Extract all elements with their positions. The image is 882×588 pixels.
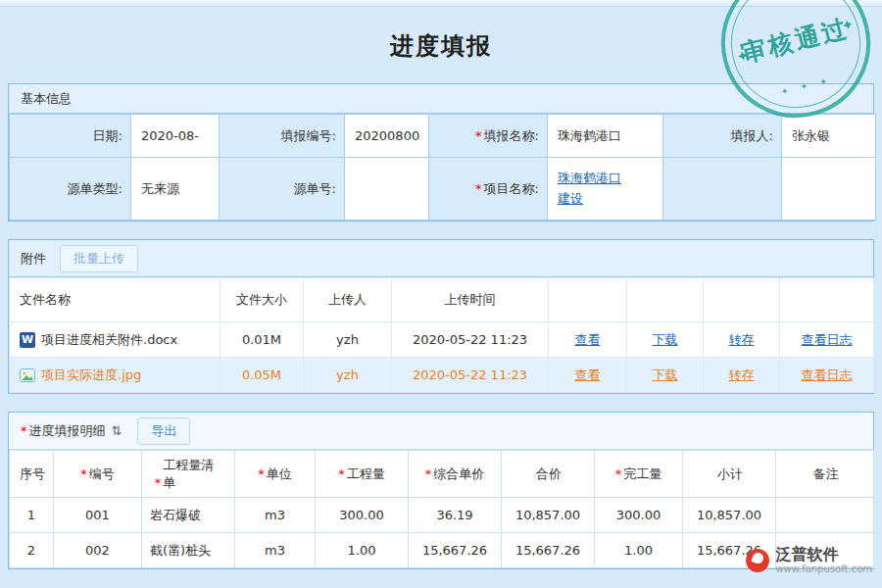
- basic-info-row: 源单类型: 无来源 源单号: *项目名称: 珠海鹤港口建设: [10, 158, 876, 220]
- boq-name: 截(凿)桩头: [142, 533, 235, 568]
- file-size: 0.01M: [220, 322, 304, 358]
- project-name-value: 珠海鹤港口建设: [548, 158, 663, 220]
- basic-info-table: 日期: 2020-08- 填报编号: 20200800 *填报名称: 珠海鹤港口…: [9, 114, 876, 220]
- subtotal: 10,857.00: [683, 498, 776, 533]
- sort-icon[interactable]: ⇅: [112, 423, 122, 438]
- completed: 1.00: [595, 533, 683, 568]
- attachments-header: 附件 批量上传: [9, 240, 873, 277]
- value-text: 张永银: [792, 128, 830, 143]
- transfer-link[interactable]: 转存: [729, 368, 755, 382]
- report-no-value: 20200800: [345, 115, 429, 158]
- detail-row[interactable]: 1 001 岩石爆破 m3 300.00 36.19 10,857.00 300…: [10, 498, 874, 533]
- required-mark: *: [155, 475, 162, 490]
- value-text: 2020-08-: [141, 128, 199, 143]
- value-text: 珠海鹤港口: [558, 128, 621, 143]
- file-name: 项目实际进度.jpg: [41, 367, 141, 384]
- date-label: 日期:: [10, 115, 131, 158]
- view-log-link[interactable]: 查看日志: [802, 368, 853, 382]
- upload-time: 2020-05-22 11:23: [392, 358, 549, 393]
- required-mark: *: [258, 466, 265, 481]
- col-action: [780, 278, 874, 322]
- col-boq: *工程量清单: [142, 451, 235, 498]
- col-label: 单位: [267, 466, 292, 481]
- col-label: 工程量: [347, 466, 385, 481]
- detail-row[interactable]: 2 002 截(凿)桩头 m3 1.00 15,667.26 15,667.26…: [10, 533, 874, 568]
- remark: [776, 498, 874, 533]
- batch-upload-button[interactable]: 批量上传: [60, 245, 138, 272]
- action-cell: 转存: [704, 322, 780, 358]
- action-cell: 下载: [627, 358, 704, 393]
- label-text: 填报人:: [731, 128, 773, 143]
- completed: 300.00: [595, 498, 683, 533]
- label-text: 填报编号:: [281, 128, 336, 143]
- export-button[interactable]: 导出: [137, 417, 190, 445]
- label-text: 填报名称:: [484, 128, 539, 143]
- progress-detail-header: * 进度填报明细 ⇅ 导出: [9, 413, 873, 450]
- total-price: 15,667.26: [502, 533, 595, 568]
- fanpu-logo-icon: [746, 549, 769, 572]
- word-file-icon: W: [20, 332, 35, 348]
- upload-time: 2020-05-22 11:23: [392, 322, 549, 358]
- value-text: 无来源: [141, 181, 179, 196]
- file-name-cell: W 项目进度相关附件.docx: [10, 322, 220, 358]
- report-name-value: 珠海鹤港口: [548, 115, 663, 158]
- required-mark: *: [80, 466, 87, 481]
- download-link[interactable]: 下载: [653, 368, 678, 382]
- seq: 2: [10, 533, 54, 568]
- view-link[interactable]: 查看: [575, 332, 601, 347]
- source-type-value: 无来源: [131, 158, 220, 220]
- transfer-link[interactable]: 转存: [729, 332, 755, 347]
- required-mark: *: [475, 128, 482, 143]
- uploader: yzh: [304, 358, 392, 393]
- required-mark: *: [21, 423, 27, 438]
- required-mark: *: [338, 466, 345, 481]
- report-name-label: *填报名称:: [429, 115, 548, 158]
- unit: m3: [235, 498, 316, 533]
- col-remark: 备注: [776, 451, 874, 498]
- col-action: [549, 278, 627, 322]
- view-link[interactable]: 查看: [575, 368, 601, 382]
- col-seq: 序号: [10, 451, 54, 498]
- col-action: [704, 278, 780, 322]
- col-label: 完工量: [623, 466, 662, 481]
- quantity: 1.00: [316, 533, 409, 568]
- image-file-icon: [20, 368, 35, 383]
- attachments-table: 文件名称 文件大小 上传人 上传时间 W 项目进度相关附件.docx 0.01M: [9, 277, 874, 393]
- attachment-row[interactable]: W 项目进度相关附件.docx 0.01M yzh 2020-05-22 11:…: [10, 322, 874, 358]
- progress-detail-section: * 进度填报明细 ⇅ 导出 序号 *编号 *工程量清单 *单位 *工程量 *综合…: [8, 412, 874, 569]
- view-log-link[interactable]: 查看日志: [802, 332, 853, 347]
- unit: m3: [235, 533, 316, 568]
- file-name: 项目进度相关附件.docx: [41, 331, 177, 349]
- col-label: 综合单价: [433, 466, 484, 481]
- vendor-brand: 泛普软件: [775, 546, 872, 564]
- label-text: 项目名称:: [484, 181, 539, 196]
- col-label: 备注: [813, 466, 839, 481]
- unit-price: 36.19: [409, 498, 502, 533]
- col-subtotal: 小计: [683, 451, 776, 498]
- action-cell: 转存: [704, 358, 780, 393]
- col-quantity: *工程量: [316, 451, 409, 498]
- download-link[interactable]: 下载: [653, 332, 678, 347]
- project-name-label: *项目名称:: [429, 158, 548, 220]
- reporter-value: 张永银: [782, 115, 876, 158]
- col-file-name: 文件名称: [10, 278, 220, 322]
- action-cell: 查看日志: [780, 358, 874, 393]
- seq: 1: [10, 498, 54, 533]
- total-price: 10,857.00: [502, 498, 595, 533]
- col-label: 序号: [20, 466, 45, 481]
- progress-detail-title: 进度填报明细: [29, 422, 106, 440]
- vendor-watermark: 泛普软件 www.fanpusoft.com: [746, 546, 872, 574]
- col-unit: *单位: [235, 451, 316, 498]
- basic-info-header: 基本信息: [9, 84, 873, 114]
- project-name-link[interactable]: 珠海鹤港口建设: [558, 169, 628, 210]
- code: 002: [54, 533, 142, 568]
- attachment-row-selected[interactable]: 项目实际进度.jpg 0.05M yzh 2020-05-22 11:23 查看…: [10, 358, 874, 393]
- file-size: 0.05M: [220, 358, 304, 393]
- empty-label-cell: [663, 158, 782, 220]
- action-cell: 查看日志: [780, 322, 874, 358]
- value-text: 20200800: [355, 128, 419, 143]
- required-mark: *: [425, 466, 432, 481]
- quantity: 300.00: [316, 498, 409, 533]
- boq-name: 岩石爆破: [142, 498, 235, 533]
- page-title: 进度填报: [0, 30, 882, 62]
